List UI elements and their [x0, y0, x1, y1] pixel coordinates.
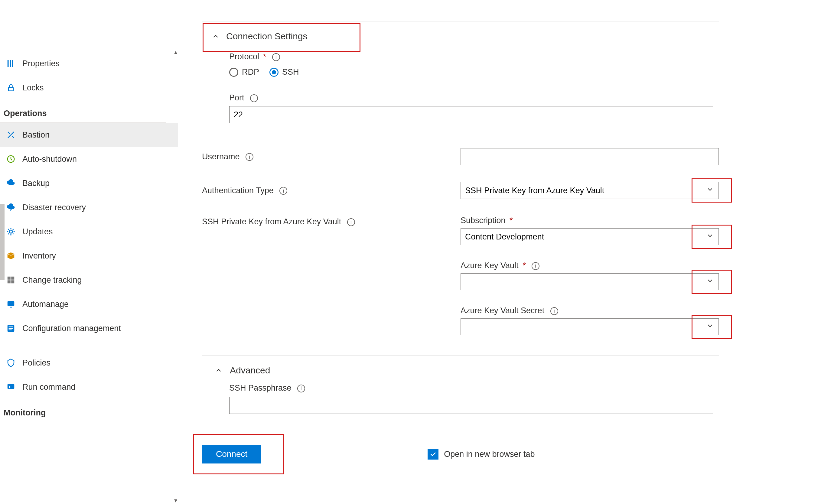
auth-type-select[interactable] — [461, 182, 719, 199]
svg-rect-7 — [11, 277, 14, 280]
akv-label: Azure Key Vault — [461, 261, 519, 270]
info-icon[interactable]: i — [297, 385, 305, 392]
sidebar-section-monitoring: Monitoring — [0, 399, 166, 422]
scroll-down-icon[interactable]: ▾ — [173, 497, 178, 504]
open-new-tab-checkbox[interactable] — [427, 449, 438, 460]
svg-point-5 — [9, 230, 13, 233]
clock-icon — [5, 154, 16, 165]
svg-rect-11 — [10, 307, 12, 308]
sidebar: ▴ ▾ Properties Locks Operations Bastion — [0, 0, 178, 504]
required-asterisk: * — [263, 52, 266, 61]
scroll-up-icon[interactable]: ▴ — [173, 48, 178, 56]
sidebar-item-label: Locks — [22, 83, 44, 92]
highlight-auth-type-chev — [692, 178, 732, 202]
sidebar-item-label: Disaster recovery — [22, 203, 86, 212]
svg-rect-14 — [9, 328, 13, 329]
akv-secret-select[interactable] — [461, 319, 719, 335]
auth-type-label: Authentication Type — [202, 186, 274, 195]
advanced-header[interactable]: Advanced — [202, 355, 719, 384]
properties-icon — [5, 58, 16, 69]
sidebar-item-automanage[interactable]: Automanage — [0, 292, 178, 316]
svg-rect-16 — [7, 384, 15, 389]
info-icon[interactable]: i — [550, 307, 558, 315]
subscription-select[interactable] — [461, 228, 719, 245]
username-label: Username — [202, 152, 240, 161]
svg-rect-6 — [7, 277, 10, 280]
sidebar-item-change-tracking[interactable]: Change tracking — [0, 268, 178, 292]
passphrase-input[interactable] — [229, 397, 713, 414]
sidebar-item-disaster-recovery[interactable]: Disaster recovery — [0, 195, 178, 219]
main-form: Connection Settings Protocol * i RDP SSH… — [178, 0, 834, 504]
sidebar-item-label: Auto-shutdown — [22, 154, 77, 164]
policies-icon — [5, 357, 16, 368]
info-icon[interactable]: i — [280, 187, 287, 195]
sidebar-item-label: Policies — [22, 358, 50, 368]
automanage-icon — [5, 299, 16, 310]
username-input[interactable] — [461, 148, 719, 165]
backup-icon — [5, 178, 16, 189]
highlight-connect — [193, 434, 284, 474]
inventory-icon — [5, 250, 16, 261]
scrollbar-thumb[interactable] — [0, 204, 4, 280]
protocol-rdp-radio[interactable]: RDP — [229, 67, 259, 77]
svg-rect-10 — [7, 301, 15, 306]
sidebar-item-bastion[interactable]: Bastion — [0, 123, 178, 147]
sidebar-item-run-command[interactable]: Run command — [0, 375, 178, 399]
run-command-icon — [5, 381, 16, 392]
info-icon[interactable]: i — [347, 218, 355, 226]
passphrase-label: SSH Passphrase — [229, 384, 291, 393]
sidebar-section-operations: Operations — [0, 100, 166, 123]
updates-icon — [5, 226, 16, 237]
change-tracking-icon — [5, 275, 16, 285]
sidebar-item-updates[interactable]: Updates — [0, 219, 178, 244]
sidebar-item-locks[interactable]: Locks — [0, 75, 178, 100]
sidebar-item-auto-shutdown[interactable]: Auto-shutdown — [0, 147, 178, 171]
sidebar-item-label: Inventory — [22, 251, 56, 261]
svg-rect-15 — [9, 330, 12, 330]
svg-rect-8 — [7, 280, 10, 283]
svg-rect-0 — [7, 60, 9, 67]
open-new-tab-label: Open in new browser tab — [444, 450, 535, 459]
chevron-up-icon — [214, 367, 223, 374]
info-icon[interactable]: i — [250, 94, 258, 102]
protocol-label: Protocol — [229, 52, 259, 61]
required-asterisk: * — [509, 216, 513, 225]
app-root: ▴ ▾ Properties Locks Operations Bastion — [0, 0, 834, 504]
svg-rect-2 — [12, 60, 13, 67]
svg-rect-3 — [8, 87, 13, 91]
disaster-recovery-icon — [5, 202, 16, 213]
info-icon[interactable]: i — [532, 262, 540, 270]
sidebar-item-label: Configuration management — [22, 324, 121, 333]
highlight-connection-settings — [203, 23, 360, 52]
required-asterisk: * — [523, 261, 526, 270]
akv-select[interactable] — [461, 273, 719, 290]
sidebar-item-label: Updates — [22, 227, 53, 236]
svg-rect-13 — [9, 327, 13, 327]
akv-secret-label: Azure Key Vault Secret — [461, 306, 544, 315]
lock-icon — [5, 82, 16, 93]
protocol-ssh-radio[interactable]: SSH — [269, 67, 299, 77]
sidebar-item-label: Bastion — [22, 130, 50, 140]
kv-section-label: SSH Private Key from Azure Key Vault — [202, 217, 341, 226]
highlight-akv-chev — [692, 270, 732, 294]
sidebar-item-policies[interactable]: Policies — [0, 351, 178, 375]
info-icon[interactable]: i — [245, 153, 254, 161]
sidebar-item-label: Properties — [22, 59, 60, 68]
svg-rect-1 — [10, 60, 11, 67]
bastion-icon — [5, 129, 16, 140]
radio-label: SSH — [282, 67, 299, 77]
sidebar-item-configuration-management[interactable]: Configuration management — [0, 316, 178, 341]
subscription-label: Subscription — [461, 216, 506, 225]
sidebar-item-backup[interactable]: Backup — [0, 171, 178, 195]
svg-rect-9 — [11, 280, 14, 283]
sidebar-item-properties[interactable]: Properties — [0, 51, 178, 75]
sidebar-item-label: Automanage — [22, 300, 69, 309]
port-label: Port — [229, 93, 244, 103]
port-input[interactable] — [229, 106, 713, 123]
info-icon[interactable]: i — [272, 53, 280, 61]
sidebar-item-label: Change tracking — [22, 276, 82, 285]
highlight-akv-secret-chev — [692, 315, 732, 339]
sidebar-item-inventory[interactable]: Inventory — [0, 244, 178, 268]
highlight-subscription-chev — [692, 225, 732, 249]
configuration-icon — [5, 323, 16, 334]
